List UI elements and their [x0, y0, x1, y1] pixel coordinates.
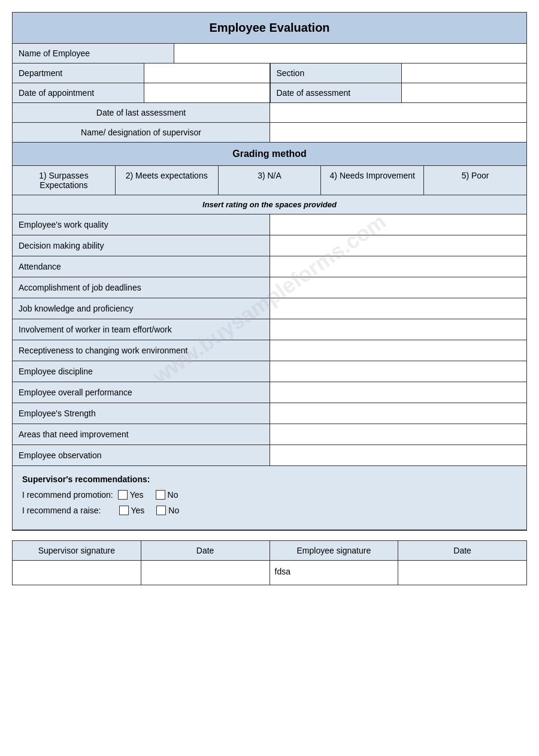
eval-row-1: Employee's work quality — [13, 214, 526, 235]
eval-row-11: Areas that need improvement — [13, 424, 526, 445]
raise-label: I recommend a raise: — [22, 506, 101, 515]
grade-4: 4) Needs Improvement — [321, 166, 424, 195]
eval-value-7[interactable] — [270, 340, 526, 361]
eval-value-9[interactable] — [270, 382, 526, 403]
eval-label-7: Receptiveness to changing work environme… — [13, 340, 270, 361]
raise-yes-label: Yes — [131, 506, 145, 515]
dept-value[interactable] — [144, 63, 270, 83]
sig-header-employee: Employee signature — [270, 541, 399, 560]
instruction-row: Insert rating on the spaces provided — [13, 195, 526, 214]
promotion-yes-item[interactable]: Yes — [118, 490, 144, 500]
eval-row-4: Accomplishment of job deadlines — [13, 277, 526, 298]
sig-date1-value[interactable] — [141, 561, 270, 585]
eval-row-5: Job knowledge and proficiency — [13, 298, 526, 319]
sig-header-date1: Date — [141, 541, 270, 560]
evaluation-form: Employee Evaluation Name of Employee Dep… — [12, 12, 527, 531]
form-title: Employee Evaluation — [13, 13, 526, 44]
eval-label-2: Decision making ability — [13, 235, 270, 256]
eval-row-2: Decision making ability — [13, 235, 526, 256]
promotion-checkboxes: Yes No — [118, 490, 190, 500]
promotion-line: I recommend promotion: Yes No — [22, 490, 517, 500]
eval-label-11: Areas that need improvement — [13, 424, 270, 444]
eval-row-9: Employee overall performance — [13, 382, 526, 403]
grade-5: 5) Poor — [424, 166, 526, 195]
name-row: Name of Employee — [13, 44, 526, 63]
sig-header-date2: Date — [398, 541, 526, 560]
sig-data-row: fdsa — [13, 561, 526, 585]
raise-yes-checkbox[interactable] — [119, 506, 129, 515]
sig-header-row: Supervisor signature Date Employee signa… — [13, 541, 526, 561]
eval-label-1: Employee's work quality — [13, 214, 270, 235]
promotion-no-item[interactable]: No — [156, 490, 178, 500]
appt-label: Date of appointment — [13, 83, 144, 102]
name-label: Name of Employee — [13, 44, 174, 63]
assess-value[interactable] — [402, 83, 527, 102]
supervisor-name-row: Name/ designation of supervisor — [13, 123, 526, 143]
eval-label-5: Job knowledge and proficiency — [13, 298, 270, 319]
eval-value-1[interactable] — [270, 214, 526, 235]
eval-label-6: Involvement of worker in team effort/wor… — [13, 319, 270, 340]
section-value[interactable] — [402, 63, 527, 83]
section-label: Section — [270, 63, 402, 83]
eval-row-7: Receptiveness to changing work environme… — [13, 340, 526, 361]
eval-value-11[interactable] — [270, 424, 526, 444]
eval-label-3: Attendance — [13, 256, 270, 277]
sig-supervisor-value[interactable] — [13, 561, 141, 585]
eval-label-9: Employee overall performance — [13, 382, 270, 403]
last-assess-value[interactable] — [270, 103, 526, 122]
eval-value-3[interactable] — [270, 256, 526, 277]
eval-label-4: Accomplishment of job deadlines — [13, 277, 270, 298]
eval-value-4[interactable] — [270, 277, 526, 298]
eval-row-8: Employee discipline — [13, 361, 526, 382]
promotion-no-label: No — [168, 490, 178, 500]
grading-header: Grading method — [13, 143, 526, 166]
eval-row-6: Involvement of worker in team effort/wor… — [13, 319, 526, 340]
raise-checkboxes: Yes No — [119, 506, 192, 515]
appt-value[interactable] — [144, 83, 270, 102]
eval-value-10[interactable] — [270, 403, 526, 424]
raise-no-checkbox[interactable] — [156, 506, 166, 515]
grade-3: 3) N/A — [219, 166, 322, 195]
grade-1: 1) Surpasses Expectations — [13, 166, 116, 195]
raise-yes-item[interactable]: Yes — [119, 506, 145, 515]
eval-value-12[interactable] — [270, 445, 526, 465]
date-appt-row: Date of appointment Date of assessment — [13, 83, 526, 103]
eval-row-3: Attendance — [13, 256, 526, 277]
name-value[interactable] — [174, 44, 526, 63]
dept-label: Department — [13, 63, 144, 83]
eval-row-10: Employee's Strength — [13, 403, 526, 424]
last-assessment-row: Date of last assessment — [13, 103, 526, 123]
supervisor-rec-title: Supervisor's recommendations: — [22, 474, 517, 484]
eval-value-6[interactable] — [270, 319, 526, 340]
eval-value-2[interactable] — [270, 235, 526, 256]
promotion-yes-checkbox[interactable] — [118, 490, 128, 500]
sig-header-supervisor: Supervisor signature — [13, 541, 141, 560]
dept-section-row: Department Section — [13, 63, 526, 83]
grade-2: 2) Meets expectations — [116, 166, 219, 195]
supervisor-name-value[interactable] — [270, 123, 526, 142]
promotion-label: I recommend promotion: — [22, 490, 113, 500]
grading-row: 1) Surpasses Expectations 2) Meets expec… — [13, 166, 526, 195]
eval-label-12: Employee observation — [13, 445, 270, 465]
signature-table: Supervisor signature Date Employee signa… — [12, 540, 527, 585]
promotion-yes-label: Yes — [130, 490, 144, 500]
promotion-no-checkbox[interactable] — [156, 490, 165, 500]
eval-label-8: Employee discipline — [13, 361, 270, 382]
raise-no-label: No — [168, 506, 179, 515]
eval-label-10: Employee's Strength — [13, 403, 270, 424]
eval-value-8[interactable] — [270, 361, 526, 382]
supervisor-name-label: Name/ designation of supervisor — [13, 123, 270, 142]
last-assess-label: Date of last assessment — [13, 103, 270, 122]
eval-row-12: Employee observation — [13, 445, 526, 466]
sig-date2-value[interactable] — [398, 561, 526, 585]
raise-line: I recommend a raise: Yes No — [22, 506, 517, 515]
assess-label: Date of assessment — [270, 83, 402, 102]
sig-employee-value[interactable]: fdsa — [270, 561, 399, 585]
raise-no-item[interactable]: No — [156, 506, 179, 515]
supervisor-recommendations: Supervisor's recommendations: I recommen… — [13, 466, 526, 530]
eval-value-5[interactable] — [270, 298, 526, 319]
